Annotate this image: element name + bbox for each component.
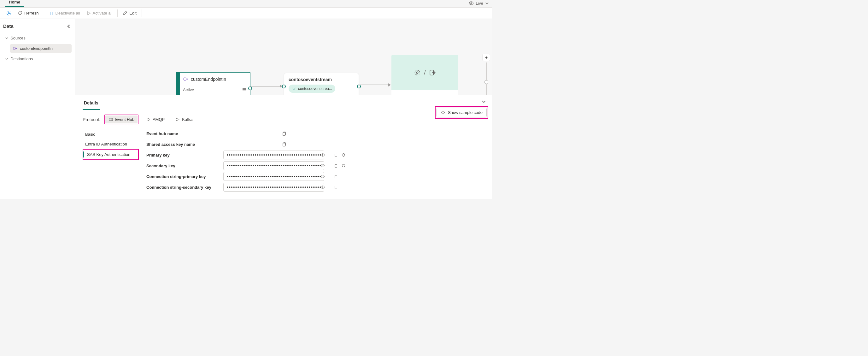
transform-icon bbox=[414, 69, 421, 76]
svg-point-1 bbox=[8, 12, 9, 14]
destinations-section-header[interactable]: Destinations bbox=[3, 55, 71, 63]
primary-key-input[interactable]: ••••••••••••••••••••••••••••••••••••••••… bbox=[223, 151, 324, 159]
zoom-thumb[interactable] bbox=[485, 80, 488, 84]
protocol-label: Event Hub bbox=[115, 117, 134, 122]
protocol-kafka[interactable]: Kafka bbox=[172, 116, 195, 123]
output-port[interactable] bbox=[248, 87, 252, 90]
show-sample-code-button[interactable]: Show sample code bbox=[436, 108, 487, 117]
reveal-button[interactable] bbox=[320, 185, 325, 189]
node-destination-placeholder[interactable]: / Switch to edit mode to Transform event… bbox=[392, 55, 458, 95]
collapse-sidebar-icon[interactable] bbox=[67, 24, 71, 28]
tab-home[interactable]: Home bbox=[5, 0, 24, 7]
top-tab-bar: Home Live bbox=[0, 0, 492, 7]
auth-method-list: Basic Entra ID Authentication SAS Key Au… bbox=[83, 128, 139, 160]
edit-label: Edit bbox=[129, 11, 136, 16]
connector bbox=[251, 86, 282, 87]
refresh-icon bbox=[18, 11, 22, 16]
sidebar-item-label: customEndpointIn bbox=[20, 46, 53, 51]
gear-icon bbox=[6, 11, 11, 16]
svg-point-4 bbox=[13, 47, 16, 50]
endpoint-in-icon bbox=[12, 46, 17, 51]
collapse-details-button[interactable] bbox=[481, 99, 486, 104]
protocol-label: Protocol: bbox=[83, 117, 100, 122]
live-label: Live bbox=[476, 1, 483, 6]
svg-rect-18 bbox=[335, 165, 337, 168]
copy-button[interactable] bbox=[334, 185, 338, 189]
copy-icon bbox=[282, 131, 286, 136]
tab-details[interactable]: Details bbox=[83, 98, 100, 110]
node-stream-contosoeventstream[interactable]: contosoeventstream contosoeventstrea... bbox=[284, 73, 359, 95]
copy-button[interactable] bbox=[281, 131, 286, 136]
svg-rect-20 bbox=[335, 176, 337, 178]
field-label-shared-access-key-name: Shared access key name bbox=[146, 142, 219, 147]
toolbar-separator bbox=[142, 9, 142, 17]
input-port[interactable] bbox=[282, 85, 286, 88]
regenerate-button[interactable] bbox=[341, 153, 346, 157]
reveal-button[interactable] bbox=[320, 174, 325, 179]
auth-sas-key[interactable]: SAS Key Authentication bbox=[83, 150, 138, 159]
protocol-amqp[interactable]: AMQP bbox=[143, 116, 168, 123]
node-title: customEndpointIn bbox=[191, 77, 226, 82]
activate-all-button[interactable]: Activate all bbox=[83, 9, 116, 17]
visibility-icon bbox=[469, 1, 474, 6]
toolbar: Refresh Deactivate all Activate all Edit bbox=[0, 7, 492, 19]
svg-point-7 bbox=[417, 72, 418, 73]
svg-rect-2 bbox=[50, 12, 51, 15]
settings-button[interactable] bbox=[3, 9, 14, 18]
protocol-label: AMQP bbox=[153, 117, 165, 122]
svg-point-19 bbox=[322, 176, 323, 177]
pause-icon bbox=[49, 11, 54, 16]
toolbar-separator bbox=[117, 9, 118, 17]
details-panel: Details Protocol: Event Hub bbox=[75, 95, 492, 199]
protocol-event-hub[interactable]: Event Hub bbox=[105, 116, 137, 123]
node-accent-stripe bbox=[177, 72, 180, 95]
regenerate-button[interactable] bbox=[341, 164, 346, 168]
field-label-event-hub-name: Event hub name bbox=[146, 131, 219, 136]
sources-section-header[interactable]: Sources bbox=[3, 34, 71, 42]
secondary-key-input[interactable]: ••••••••••••••••••••••••••••••••••••••••… bbox=[223, 161, 324, 170]
zoom-in-button[interactable]: + bbox=[483, 54, 490, 61]
copy-button[interactable] bbox=[334, 164, 338, 168]
menu-icon[interactable] bbox=[242, 87, 247, 92]
live-mode-control[interactable]: Live bbox=[469, 1, 489, 6]
edit-button[interactable]: Edit bbox=[120, 9, 140, 17]
deactivate-all-button[interactable]: Deactivate all bbox=[46, 9, 83, 17]
sidebar-item-customendpointin[interactable]: customEndpointIn bbox=[10, 44, 71, 53]
refresh-label: Refresh bbox=[24, 11, 39, 16]
svg-rect-3 bbox=[52, 12, 53, 15]
zoom-slider[interactable] bbox=[486, 62, 487, 95]
protocol-label: Kafka bbox=[182, 117, 192, 122]
svg-rect-13 bbox=[283, 132, 285, 135]
svg-point-15 bbox=[322, 154, 323, 156]
refresh-button[interactable]: Refresh bbox=[14, 9, 42, 17]
sources-label: Sources bbox=[10, 36, 26, 40]
play-icon bbox=[86, 11, 91, 16]
svg-point-21 bbox=[322, 186, 323, 188]
copy-button[interactable] bbox=[334, 174, 338, 179]
code-icon bbox=[441, 110, 445, 115]
connection-fields: Event hub name Shared access key name bbox=[146, 128, 392, 192]
conn-primary-input[interactable]: ••••••••••••••••••••••••••••••••••••••••… bbox=[223, 172, 324, 181]
node-title: contosoeventstream bbox=[288, 77, 354, 82]
copy-icon bbox=[282, 142, 286, 147]
reveal-button[interactable] bbox=[320, 153, 325, 157]
reveal-button[interactable] bbox=[320, 164, 325, 168]
auth-basic[interactable]: Basic bbox=[83, 129, 139, 139]
auth-entra-id[interactable]: Entra ID Authentication bbox=[83, 139, 139, 149]
node-source-customendpointin[interactable]: customEndpointIn Active bbox=[176, 72, 250, 95]
deactivate-all-label: Deactivate all bbox=[56, 11, 80, 16]
stream-icon bbox=[292, 87, 296, 91]
copy-button[interactable] bbox=[334, 153, 338, 157]
field-label-secondary-key: Secondary key bbox=[146, 164, 219, 168]
svg-point-5 bbox=[184, 78, 186, 81]
stream-chip[interactable]: contosoeventstrea... bbox=[288, 85, 335, 93]
chevron-down-icon bbox=[481, 99, 486, 104]
svg-rect-22 bbox=[335, 186, 337, 189]
conn-secondary-input[interactable]: ••••••••••••••••••••••••••••••••••••••••… bbox=[223, 183, 324, 191]
field-label-conn-primary: Connection string-primary key bbox=[146, 174, 219, 179]
data-sidebar: Data Sources customEndpointIn Destinatio… bbox=[0, 19, 75, 199]
pipeline-canvas[interactable]: customEndpointIn Active contosoeventstre… bbox=[75, 19, 492, 95]
svg-point-17 bbox=[322, 165, 323, 166]
copy-button[interactable] bbox=[281, 142, 286, 147]
chevron-down-icon bbox=[5, 36, 8, 40]
